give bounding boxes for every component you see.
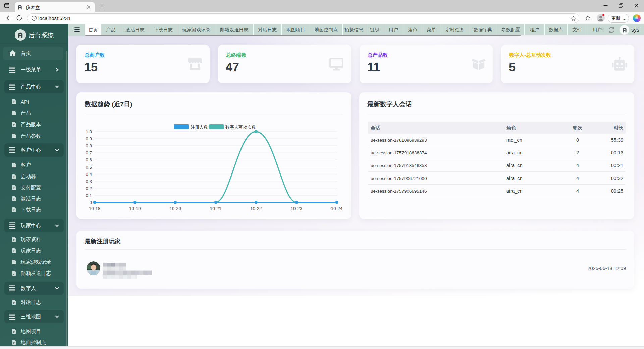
svg-text:0.6: 0.6 xyxy=(86,157,92,162)
svg-text:0.3: 0.3 xyxy=(86,179,92,184)
svg-text:0: 0 xyxy=(89,200,92,205)
svg-text:10-22: 10-22 xyxy=(250,206,262,211)
svg-text:0.1: 0.1 xyxy=(86,193,92,198)
svg-text:10-24: 10-24 xyxy=(331,206,343,211)
svg-text:1.0: 1.0 xyxy=(86,129,92,134)
svg-text:0.9: 0.9 xyxy=(86,136,92,141)
svg-text:数字人互动次数: 数字人互动次数 xyxy=(225,124,256,130)
svg-text:10-19: 10-19 xyxy=(129,206,141,211)
svg-text:10-18: 10-18 xyxy=(89,206,101,211)
svg-text:注册人数: 注册人数 xyxy=(191,124,208,130)
svg-text:0.2: 0.2 xyxy=(86,186,92,191)
svg-text:0.7: 0.7 xyxy=(86,150,92,155)
svg-text:10-23: 10-23 xyxy=(290,206,302,211)
svg-text:0.8: 0.8 xyxy=(86,143,92,148)
svg-text:0.4: 0.4 xyxy=(86,172,92,177)
svg-text:0.5: 0.5 xyxy=(86,165,92,170)
svg-text:10-21: 10-21 xyxy=(210,206,222,211)
svg-text:10-20: 10-20 xyxy=(169,206,181,211)
